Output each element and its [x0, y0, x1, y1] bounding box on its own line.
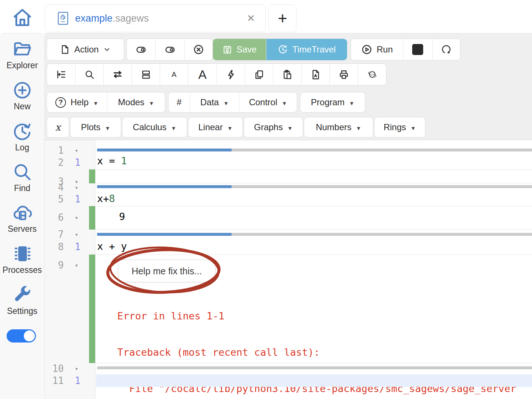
flash-button[interactable]: [217, 64, 245, 85]
code-text: x+: [97, 193, 109, 204]
grow-font-button[interactable]: A: [188, 64, 217, 85]
toggle-knob: [24, 330, 35, 341]
stop-button[interactable]: [403, 39, 432, 60]
code-line-1[interactable]: x = 1: [97, 155, 532, 168]
home-icon: [12, 7, 33, 28]
fold-triangle-icon[interactable]: ▾: [75, 262, 78, 269]
data-menu[interactable]: Data ▼: [190, 92, 239, 112]
sidebar-item-log[interactable]: Log: [0, 121, 44, 153]
circle-x-icon: [193, 44, 204, 55]
sidebar-item-processes[interactable]: Processes: [0, 244, 44, 275]
sidebar-item-servers[interactable]: Servers: [0, 203, 44, 234]
svg-text:ipynb: ipynb: [370, 73, 375, 76]
clock-icon: [278, 44, 288, 55]
action-menu-button[interactable]: Action: [47, 39, 124, 61]
home-button[interactable]: [8, 4, 37, 32]
timetravel-button[interactable]: TimeTravel: [266, 39, 347, 60]
history-clock-icon: [12, 121, 32, 141]
line-number: 4: [45, 182, 64, 193]
pdf-button[interactable]: [301, 64, 329, 85]
code-text: x =: [97, 155, 121, 166]
cell-divider[interactable]: [97, 149, 532, 151]
modes-menu[interactable]: Modes ▼: [107, 92, 165, 112]
exec-count-marker: 1: [75, 241, 81, 252]
output-text: 9: [119, 211, 125, 222]
caret-down-icon: ▼: [356, 125, 361, 131]
program-menu[interactable]: Program ▼: [300, 92, 365, 113]
delete-output-button[interactable]: [184, 39, 213, 60]
fold-triangle-icon[interactable]: ▾: [75, 147, 78, 154]
linear-menu[interactable]: Linear▼: [188, 117, 243, 138]
control-menu[interactable]: Control ▼: [239, 92, 297, 112]
hash-button[interactable]: #: [169, 92, 190, 112]
gutter-row: 51: [45, 194, 95, 205]
code-line-3[interactable]: x + y: [97, 241, 532, 254]
file-tab[interactable]: example.sagews ✕: [45, 4, 266, 32]
sidebar-item-new[interactable]: New: [0, 80, 44, 111]
save-button[interactable]: Save: [213, 39, 266, 60]
sidebar-item-find[interactable]: Find: [0, 162, 44, 193]
indent-button[interactable]: [47, 64, 75, 85]
help-menu[interactable]: ? Help ▼: [47, 92, 107, 112]
timetravel-label: TimeTravel: [292, 44, 336, 55]
search-button[interactable]: [75, 64, 103, 85]
open-folder-icon: [12, 39, 32, 59]
caret-down-icon: ▼: [282, 100, 287, 106]
split-cell-button[interactable]: [132, 64, 160, 85]
question-circle-icon: ?: [55, 97, 66, 108]
shrink-font-button[interactable]: A: [160, 64, 188, 85]
control-label: Control: [249, 97, 277, 107]
swap-arrows-icon: [112, 69, 123, 80]
cell-divider-progress: [97, 233, 232, 236]
run-button-group: Run: [351, 39, 461, 61]
floppy-disk-icon: [222, 45, 232, 55]
numbers-menu[interactable]: Numbers▼: [304, 117, 373, 138]
toggle-input-button[interactable]: [127, 39, 155, 60]
worksheet-editor[interactable]: 1▾ 21 3▾ 4▾ 51 6▾ 7▾ 81 9▾ 10▾ 111 x = 1…: [45, 140, 532, 399]
fold-triangle-icon[interactable]: ▾: [75, 231, 78, 238]
split-cell-icon: [141, 69, 151, 80]
tab-close-icon[interactable]: ✕: [247, 12, 255, 24]
rings-menu[interactable]: Rings▼: [374, 117, 425, 138]
sidebar-toggle[interactable]: [7, 329, 36, 343]
new-tab-button[interactable]: +: [269, 4, 296, 32]
restart-arrow-icon: [441, 44, 452, 55]
var-x-button[interactable]: x: [47, 117, 69, 138]
paste-button[interactable]: [273, 64, 301, 85]
run-button[interactable]: Run: [351, 39, 403, 60]
printer-icon: [339, 69, 349, 80]
ipynb-button[interactable]: ipynb: [358, 64, 386, 85]
plots-menu[interactable]: Plots▼: [70, 117, 121, 138]
graphs-menu[interactable]: Graphs▼: [244, 117, 303, 138]
sidebar-item-label: Servers: [8, 224, 37, 234]
fold-triangle-icon[interactable]: ▾: [75, 365, 78, 372]
help-me-fix-this-button[interactable]: Help me fix this...: [118, 260, 215, 282]
copy-button[interactable]: [245, 64, 273, 85]
active-code-line[interactable]: [96, 374, 532, 387]
replace-button[interactable]: [103, 64, 132, 85]
restart-button[interactable]: [432, 39, 460, 60]
view-button-group: [126, 39, 213, 61]
help-modes-group: ? Help ▼ Modes ▼: [47, 92, 165, 113]
fold-triangle-icon[interactable]: ▾: [75, 214, 78, 221]
output-block-empty: [95, 169, 532, 183]
calculus-menu[interactable]: Calculus▼: [122, 117, 187, 138]
cell-divider[interactable]: [97, 185, 532, 188]
cell-divider-gray[interactable]: [97, 366, 532, 369]
sidebar-item-explorer[interactable]: Explorer: [0, 39, 44, 70]
help-me-fix-label: Help me fix this...: [132, 266, 202, 277]
error-output-block: Help me fix this... Error in lines 1-1 T…: [95, 255, 532, 363]
caret-down-icon: ▼: [93, 100, 99, 106]
sidebar-item-label: Log: [15, 143, 29, 153]
code-line-2[interactable]: x+8: [97, 193, 532, 206]
fold-triangle-icon[interactable]: ▾: [75, 184, 78, 191]
cell-divider[interactable]: [97, 233, 532, 236]
caret-down-icon: ▼: [287, 125, 293, 131]
sidebar-item-settings[interactable]: Settings: [0, 285, 44, 316]
output-block: 9: [95, 206, 532, 230]
math-x-label: x: [55, 122, 61, 133]
sidebar: Explorer New Log Find: [0, 33, 45, 399]
toggle-output-button[interactable]: [155, 39, 184, 60]
output-marker-bar: [89, 255, 95, 363]
print-button[interactable]: [329, 64, 358, 85]
